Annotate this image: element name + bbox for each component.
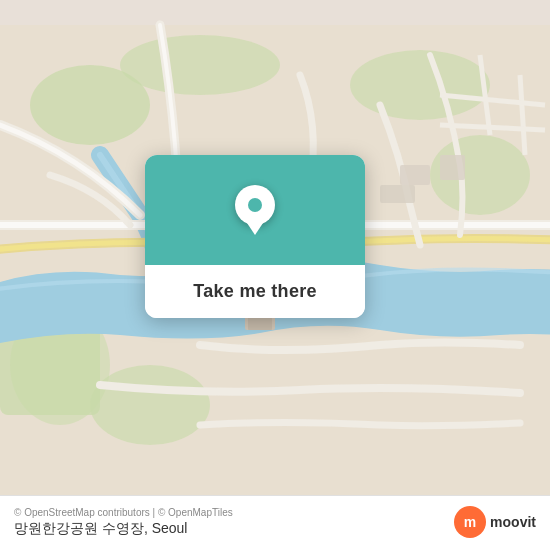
moovit-icon: m	[454, 506, 486, 538]
svg-rect-17	[440, 155, 465, 180]
bottom-info: © OpenStreetMap contributors | © OpenMap…	[14, 507, 233, 538]
attribution-text: © OpenStreetMap contributors | © OpenMap…	[14, 507, 233, 518]
svg-point-3	[350, 50, 490, 120]
bottom-bar: © OpenStreetMap contributors | © OpenMap…	[0, 495, 550, 550]
svg-text:m: m	[464, 514, 476, 530]
location-card: Take me there	[145, 155, 365, 318]
svg-point-2	[120, 35, 280, 95]
map-container: Take me there © OpenStreetMap contributo…	[0, 0, 550, 550]
svg-point-7	[90, 365, 210, 445]
location-pin	[235, 185, 275, 235]
pin-circle	[235, 185, 275, 225]
pin-dot	[248, 198, 262, 212]
moovit-text: moovit	[490, 514, 536, 530]
location-name: 망원한강공원 수영장, Seoul	[14, 520, 233, 538]
card-header	[145, 155, 365, 265]
take-me-there-button[interactable]: Take me there	[145, 265, 365, 318]
svg-rect-18	[380, 185, 415, 203]
moovit-logo: m moovit	[454, 506, 536, 538]
svg-rect-16	[400, 165, 430, 185]
